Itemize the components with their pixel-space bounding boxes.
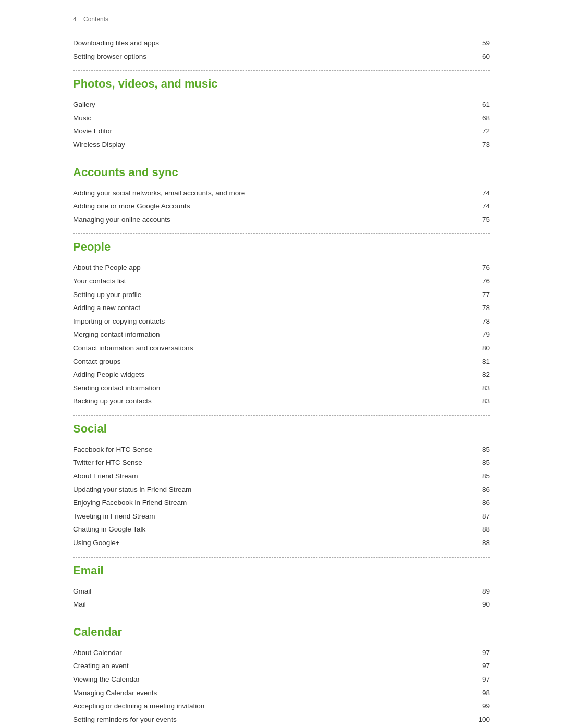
section-divider: [73, 233, 490, 234]
entry-title: Contact groups: [73, 356, 469, 367]
list-item: Enjoying Facebook in Friend Stream86: [73, 497, 490, 509]
list-item: Twitter for HTC Sense85: [73, 457, 490, 468]
entry-title: Setting up your profile: [73, 289, 469, 301]
entry-page: 74: [469, 201, 490, 212]
list-item: Facebook for HTC Sense85: [73, 444, 490, 455]
entry-title: Contact information and conversations: [73, 342, 469, 354]
entry-title: Enjoying Facebook in Friend Stream: [73, 497, 469, 509]
entry-page: 81: [469, 356, 490, 367]
list-item: Tweeting in Friend Stream87: [73, 511, 490, 522]
entry-page: 99: [469, 700, 490, 712]
entry-title: Adding your social networks, email accou…: [73, 188, 469, 199]
list-item: Accepting or declining a meeting invitat…: [73, 700, 490, 712]
entry-title: Importing or copying contacts: [73, 316, 469, 327]
section-title-social: Social: [73, 422, 490, 438]
entry-page: 100: [469, 714, 490, 725]
entry-page: 89: [469, 586, 490, 597]
entry-title: Mail: [73, 599, 469, 610]
section-title-accounts: Accounts and sync: [73, 166, 490, 181]
entry-title: Gallery: [73, 99, 469, 110]
section-social: SocialFacebook for HTC Sense85Twitter fo…: [73, 422, 490, 549]
list-item: Your contacts list76: [73, 276, 490, 287]
entry-title: Backing up your contacts: [73, 396, 469, 407]
entry-title: Music: [73, 113, 469, 124]
page-title: Contents: [83, 16, 108, 23]
entry-page: 61: [469, 99, 490, 110]
section-divider: [73, 159, 490, 159]
list-item: Music68: [73, 113, 490, 124]
entry-title: Movie Editor: [73, 126, 469, 137]
list-item: About Friend Stream85: [73, 471, 490, 482]
list-item: Mail90: [73, 599, 490, 610]
entry-title: About Calendar: [73, 647, 469, 659]
entry-page: 83: [469, 382, 490, 394]
section-divider: [73, 70, 490, 71]
entry-page: 77: [469, 289, 490, 301]
list-item: Gmail89: [73, 586, 490, 597]
entry-page: 86: [469, 497, 490, 509]
section-divider: [73, 415, 490, 416]
list-item: Adding your social networks, email accou…: [73, 188, 490, 199]
section-calendar: CalendarAbout Calendar97Creating an even…: [73, 625, 490, 728]
entry-page: 90: [469, 599, 490, 610]
list-item: Contact groups81: [73, 356, 490, 367]
entry-title: Wireless Display: [73, 139, 469, 151]
entry-page: 86: [469, 484, 490, 496]
entry-page: 88: [469, 537, 490, 549]
entry-title: About the People app: [73, 262, 469, 274]
entry-page: 78: [469, 302, 490, 314]
section-photos: Photos, videos, and musicGallery61Music6…: [73, 77, 490, 150]
entry-title: Adding People widgets: [73, 369, 469, 380]
section-accounts: Accounts and syncAdding your social netw…: [73, 166, 490, 226]
page-number: 4: [73, 16, 77, 23]
entry-title: Accepting or declining a meeting invitat…: [73, 700, 469, 712]
list-item: Wireless Display73: [73, 139, 490, 151]
section-divider: [73, 557, 490, 558]
entry-title: Managing Calendar events: [73, 687, 469, 699]
entry-title: Creating an event: [73, 660, 469, 672]
list-item: Downloading files and apps 59: [73, 38, 490, 49]
list-item: Contact information and conversations80: [73, 342, 490, 354]
entry-title: Adding a new contact: [73, 302, 469, 314]
entry-page: 74: [469, 188, 490, 199]
page-header: 4 Contents: [73, 16, 490, 27]
pre-section-entries: Downloading files and apps 59 Setting br…: [73, 38, 490, 62]
entry-title: Setting reminders for your events: [73, 714, 469, 725]
entry-page: 76: [469, 262, 490, 274]
list-item: Merging contact information79: [73, 329, 490, 340]
entry-title: Adding one or more Google Accounts: [73, 201, 469, 212]
list-item: Adding People widgets82: [73, 369, 490, 380]
entry-title: Sending contact information: [73, 382, 469, 394]
entry-page: 82: [469, 369, 490, 380]
entry-page: 72: [469, 126, 490, 137]
list-item: Managing your online accounts75: [73, 214, 490, 226]
entry-page: 79: [469, 329, 490, 340]
entry-page: 85: [469, 457, 490, 468]
list-item: About Calendar97: [73, 647, 490, 659]
section-title-email: Email: [73, 564, 490, 579]
list-item: Adding a new contact78: [73, 302, 490, 314]
list-item: Movie Editor72: [73, 126, 490, 137]
entry-title: Gmail: [73, 586, 469, 597]
entry-title: Viewing the Calendar: [73, 674, 469, 685]
list-item: Setting browser options 60: [73, 51, 490, 63]
entry-page: 80: [469, 342, 490, 354]
entry-page: 97: [469, 674, 490, 685]
entry-page: 68: [469, 113, 490, 124]
entry-title: Managing your online accounts: [73, 214, 469, 226]
entry-page: 88: [469, 524, 490, 535]
entry-title: Tweeting in Friend Stream: [73, 511, 469, 522]
entry-page: 87: [469, 511, 490, 522]
list-item: Using Google+88: [73, 537, 490, 549]
section-title-calendar: Calendar: [73, 625, 490, 641]
entry-page: 97: [469, 660, 490, 672]
entry-page: 78: [469, 316, 490, 327]
entry-page: 73: [469, 139, 490, 151]
list-item: Importing or copying contacts78: [73, 316, 490, 327]
section-title-photos: Photos, videos, and music: [73, 77, 490, 93]
entry-page: 85: [469, 471, 490, 482]
list-item: Backing up your contacts83: [73, 396, 490, 407]
entry-title: Using Google+: [73, 537, 469, 549]
entry-title: Updating your status in Friend Stream: [73, 484, 469, 496]
list-item: Viewing the Calendar97: [73, 674, 490, 685]
